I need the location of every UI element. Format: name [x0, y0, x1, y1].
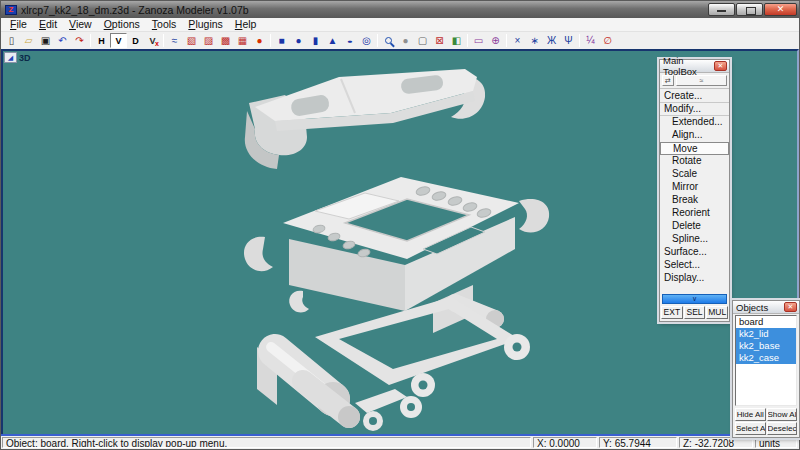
edit-faces-box-icon[interactable]: ▩ — [217, 33, 234, 48]
primitive-box-icon[interactable]: ■ — [273, 33, 290, 48]
edit-objects-box-icon[interactable]: ▦ — [234, 33, 251, 48]
select-rectangle-icon[interactable]: ▭ — [470, 33, 487, 48]
disable-z-tool-icon-glyph: ∅ — [603, 36, 612, 46]
v-view-button[interactable]: V — [110, 33, 127, 48]
deselect-button[interactable]: Deselect — [767, 422, 798, 435]
hide-vertices-icon-badge: x — [155, 40, 159, 47]
menu-item-plugins[interactable]: Plugins — [182, 18, 228, 31]
primitive-disc-icon[interactable]: ● — [341, 33, 358, 48]
new-file-icon[interactable]: ▯ — [3, 33, 20, 48]
edit-vertices-box-icon-glyph: ▧ — [187, 36, 196, 46]
edit-edges-box-icon[interactable]: ▨ — [200, 33, 217, 48]
save-icon[interactable]: ▣ — [37, 33, 54, 48]
toolbox-scroll-down-button[interactable]: ∨ — [662, 294, 727, 304]
toolbar-separator — [163, 34, 164, 47]
show-all-button[interactable]: Show All — [767, 408, 798, 421]
close-button[interactable]: ✕ — [764, 3, 797, 16]
edit-sphere-icon-glyph: ● — [256, 36, 262, 46]
toolbox-dock-button[interactable]: ⇄ — [662, 75, 674, 86]
select-circle-icon-glyph: ⊕ — [491, 36, 499, 46]
zoom-tool-icon[interactable] — [380, 33, 397, 48]
quarter-units-tool-icon-glyph: ¼ — [586, 36, 594, 46]
hide-all-button[interactable]: Hide All — [735, 408, 766, 421]
toolbox-item-extended[interactable]: Extended... — [660, 116, 729, 129]
d-view-button[interactable]: D — [127, 33, 144, 48]
disable-z-tool-icon[interactable]: ∅ — [599, 33, 616, 48]
undo-icon[interactable]: ↶ — [54, 33, 71, 48]
object-item-kk2_base[interactable]: kk2_base — [736, 340, 796, 352]
edit-vertices-box-icon[interactable]: ▧ — [183, 33, 200, 48]
spline-tool-icon[interactable]: ≈ — [166, 33, 183, 48]
toolbox-item-delete[interactable]: Delete — [660, 220, 729, 233]
toolbox-scroll-up-button[interactable]: ≈ — [676, 75, 727, 86]
minimize-button[interactable] — [708, 3, 735, 16]
quarter-units-tool-icon[interactable]: ¼ — [582, 33, 599, 48]
ext-button[interactable]: EXT — [661, 306, 683, 319]
mirror-tool-icon[interactable]: Ж — [543, 33, 560, 48]
star-axes-tool-icon[interactable]: ∗ — [526, 33, 543, 48]
toolbox-item-surface[interactable]: Surface... — [660, 246, 729, 259]
primitive-cone-icon[interactable]: ▲ — [324, 33, 341, 48]
h-view-button[interactable]: H — [93, 33, 110, 48]
toolbox-item-rotate[interactable]: Rotate — [660, 155, 729, 168]
select-all-button[interactable]: Select All — [735, 422, 766, 435]
move-axes-tool-icon[interactable]: × — [509, 33, 526, 48]
menu-item-help[interactable]: Help — [229, 18, 263, 31]
toolbar-separator — [270, 34, 271, 47]
hide-vertices-icon[interactable]: Vx — [144, 33, 161, 48]
menu-item-tools[interactable]: Tools — [146, 18, 183, 31]
model-part-kk2-base[interactable] — [257, 291, 530, 431]
toolbox-header: ⇄ ≈ — [660, 73, 729, 89]
main-toolbox-close-icon[interactable]: ✕ — [714, 61, 727, 71]
toolbox-item-select[interactable]: Select... — [660, 259, 729, 272]
open-folder-icon-glyph: ▱ — [25, 36, 33, 46]
textured-view-icon[interactable]: ◧ — [448, 33, 465, 48]
toolbox-item-break[interactable]: Break — [660, 194, 729, 207]
menu-item-file[interactable]: File — [4, 18, 33, 31]
app-icon: Z — [5, 5, 17, 15]
primitive-sphere-icon[interactable]: ● — [290, 33, 307, 48]
toolbox-item-align[interactable]: Align... — [660, 129, 729, 142]
open-folder-icon[interactable]: ▱ — [20, 33, 37, 48]
shaded-view-icon[interactable]: ● — [397, 33, 414, 48]
mul-button[interactable]: MUL — [706, 306, 728, 319]
toolbox-item-scale[interactable]: Scale — [660, 168, 729, 181]
toolbox-item-spline[interactable]: Spline... — [660, 233, 729, 246]
object-item-kk2_lid[interactable]: kk2_lid — [736, 328, 796, 340]
sel-button[interactable]: SEL — [684, 306, 706, 319]
object-item-board[interactable]: board — [736, 316, 796, 328]
toolbar-separator — [506, 34, 507, 47]
toolbar-separator — [377, 34, 378, 47]
toolbox-spacer — [660, 285, 729, 294]
toolbox-item-mirror[interactable]: Mirror — [660, 181, 729, 194]
toolbox-item-display[interactable]: Display... — [660, 272, 729, 285]
primitive-disc-icon-glyph: ● — [346, 38, 352, 43]
model-part-kk2-case[interactable] — [244, 177, 549, 333]
object-item-kk2_case[interactable]: kk2_case — [736, 352, 796, 364]
redo-icon[interactable]: ↷ — [71, 33, 88, 48]
objects-buttons: Hide All Show All Select All Deselect — [733, 407, 799, 437]
model-part-kk2-lid[interactable] — [245, 69, 485, 169]
toolbox-item-move[interactable]: Move — [660, 142, 729, 155]
v-view-button-glyph: V — [115, 36, 121, 46]
maximize-button[interactable] — [736, 3, 763, 16]
toolbox-item-modify[interactable]: Modify... — [660, 103, 729, 116]
title-bar[interactable]: Z xlrcp7_kk2_18_dm.z3d - Zanoza Modeler … — [1, 1, 799, 18]
edit-sphere-icon[interactable]: ● — [251, 33, 268, 48]
viewport-menu-icon[interactable]: ◢ — [4, 52, 17, 63]
toolbox-item-create[interactable]: Create... — [660, 90, 729, 103]
menu-item-options[interactable]: Options — [98, 18, 146, 31]
objects-close-icon[interactable]: ✕ — [784, 302, 797, 312]
hidden-lines-view-icon[interactable]: ⊠ — [431, 33, 448, 48]
menu-item-edit[interactable]: Edit — [33, 18, 63, 31]
menu-item-view[interactable]: View — [63, 18, 98, 31]
textured-view-icon-glyph: ◧ — [452, 36, 461, 46]
primitive-torus-icon[interactable]: ◎ — [358, 33, 375, 48]
wireframe-view-icon[interactable]: ▢ — [414, 33, 431, 48]
objects-titlebar[interactable]: Objects ✕ — [733, 301, 799, 314]
bones-tool-icon[interactable]: Ψ — [560, 33, 577, 48]
primitive-cylinder-icon[interactable]: ▮ — [307, 33, 324, 48]
select-circle-icon[interactable]: ⊕ — [487, 33, 504, 48]
main-toolbox-titlebar[interactable]: Main ToolBox ✕ — [660, 60, 729, 73]
toolbox-item-reorient[interactable]: Reorient — [660, 207, 729, 220]
